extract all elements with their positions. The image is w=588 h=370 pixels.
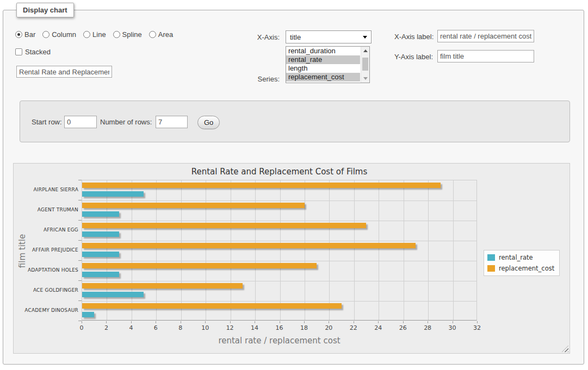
chart-container: Rental Rate and Replacement Cost of Film… — [13, 163, 570, 354]
gridline-vertical — [280, 180, 281, 320]
stacked-checkbox-row[interactable]: Stacked — [15, 48, 51, 56]
radio-label: Bar — [24, 30, 35, 39]
chart-legend: rental_ratereplacement_cost — [484, 250, 560, 276]
series-option-rental_rate[interactable]: rental_rate — [286, 55, 360, 64]
start-row-input[interactable] — [64, 116, 97, 128]
display-chart-fieldset: Display chart BarColumnLineSplineArea St… — [3, 10, 584, 365]
number-of-rows-label: Number of rows: — [100, 118, 152, 126]
bar-rental-rate — [82, 231, 119, 237]
x-tick-mark — [156, 321, 156, 323]
go-button[interactable]: Go — [197, 116, 220, 129]
legend-item-replacement_cost: replacement_cost — [487, 265, 554, 272]
gridline-vertical — [206, 180, 206, 320]
y-axis-label-field-label: Y-Axis label: — [394, 53, 433, 61]
radio-icon — [42, 31, 49, 38]
x-axis-label-input[interactable] — [437, 30, 534, 42]
x-tick-mark — [181, 321, 181, 323]
gridline-horizontal — [82, 200, 476, 201]
x-tick-mark — [255, 321, 255, 323]
series-option-length[interactable]: length — [286, 64, 360, 73]
radio-icon — [149, 31, 156, 38]
y-axis-label-input[interactable] — [437, 50, 534, 62]
x-tick-mark — [304, 321, 305, 323]
x-axis-select-label: X-Axis: — [228, 33, 280, 41]
category-label: AGENT TRUMAN — [14, 207, 78, 212]
gridline-vertical — [379, 180, 379, 320]
start-row-label: Start row: — [32, 118, 62, 126]
gridline-vertical — [132, 180, 132, 320]
chart-x-axis-label: rental rate / replacement cost — [82, 336, 477, 346]
stacked-checkbox[interactable] — [15, 48, 22, 55]
bar-rental-rate — [82, 191, 144, 197]
x-tick-mark — [329, 321, 329, 323]
y-tick-mark — [78, 240, 82, 241]
x-tick-mark — [453, 321, 453, 323]
chevron-down-icon — [363, 36, 367, 39]
chart-plot-area — [82, 180, 477, 321]
number-of-rows-input[interactable] — [156, 116, 188, 128]
bar-replacement-cost — [82, 203, 305, 208]
chart-type-radio-group: BarColumnLineSplineArea — [15, 30, 173, 39]
x-tick-mark — [428, 321, 428, 323]
gridline-vertical — [404, 180, 404, 320]
bar-replacement-cost — [82, 183, 441, 188]
chart-title-input[interactable] — [16, 66, 112, 78]
series-option-rental_duration[interactable]: rental_duration — [286, 47, 360, 55]
x-tick-label: 32 — [468, 324, 486, 331]
stacked-label: Stacked — [25, 48, 51, 56]
x-tick-label: 30 — [443, 324, 462, 331]
chart-type-radio-bar[interactable]: Bar — [15, 30, 35, 39]
rows-fieldset: Start row: Number of rows: Go — [20, 101, 570, 142]
series-option-replacement_cost[interactable]: replacement_cost — [286, 73, 360, 81]
bar-rental-rate — [82, 211, 119, 217]
x-tick-mark — [205, 321, 206, 323]
x-axis-select[interactable]: title — [286, 30, 372, 43]
gridline-horizontal — [82, 221, 476, 221]
chart-title: Rental Rate and Replacement Cost of Film… — [82, 167, 477, 177]
x-tick-label: 22 — [344, 324, 363, 331]
x-tick-label: 8 — [171, 324, 190, 331]
bar-replacement-cost — [82, 283, 243, 289]
chart-type-radio-line[interactable]: Line — [83, 30, 106, 39]
bar-replacement-cost — [82, 223, 366, 228]
gridline-vertical — [305, 180, 305, 320]
x-tick-mark — [230, 321, 231, 323]
x-tick-label: 20 — [319, 324, 338, 331]
x-tick-label: 12 — [221, 324, 239, 331]
y-tick-mark — [78, 280, 82, 281]
y-tick-mark — [78, 200, 82, 200]
resize-handle-icon[interactable] — [562, 346, 568, 352]
radio-label: Spline — [122, 30, 142, 39]
x-tick-mark — [477, 321, 478, 323]
chart-type-radio-area[interactable]: Area — [149, 30, 173, 39]
legend-swatch-icon — [487, 254, 495, 261]
bar-replacement-cost — [82, 243, 416, 248]
chart-type-radio-column[interactable]: Column — [42, 30, 76, 39]
x-tick-label: 14 — [245, 324, 264, 331]
x-tick-label: 28 — [418, 324, 437, 331]
bar-replacement-cost — [82, 303, 342, 309]
legend-item-rental_rate: rental_rate — [487, 254, 554, 261]
radio-label: Column — [52, 30, 76, 39]
radio-icon — [113, 31, 120, 38]
x-axis-selected-value: title — [290, 33, 301, 41]
scrollbar-up-icon[interactable] — [361, 47, 369, 55]
scrollbar-down-icon[interactable] — [363, 77, 368, 80]
x-tick-mark — [354, 321, 354, 323]
series-scrollbar[interactable] — [361, 47, 369, 83]
category-label: ACE GOLDFINGER — [14, 287, 78, 293]
series-options: rental_durationrental_ratelengthreplacem… — [286, 47, 360, 81]
bar-replacement-cost — [82, 263, 317, 268]
scrollbar-thumb[interactable] — [362, 58, 368, 71]
x-tick-label: 2 — [97, 324, 115, 331]
display-chart-legend: Display chart — [16, 3, 74, 17]
y-tick-mark — [78, 180, 82, 180]
series-select-label: Series: — [228, 75, 280, 83]
legend-label: rental_rate — [499, 254, 533, 261]
y-tick-mark — [78, 300, 82, 301]
category-label: ACADEMY DINOSAUR — [14, 308, 78, 313]
chart-type-radio-spline[interactable]: Spline — [113, 30, 142, 39]
series-multiselect[interactable]: rental_durationrental_ratelengthreplacem… — [286, 46, 370, 83]
gridline-horizontal — [82, 261, 476, 261]
x-tick-label: 24 — [369, 324, 387, 331]
